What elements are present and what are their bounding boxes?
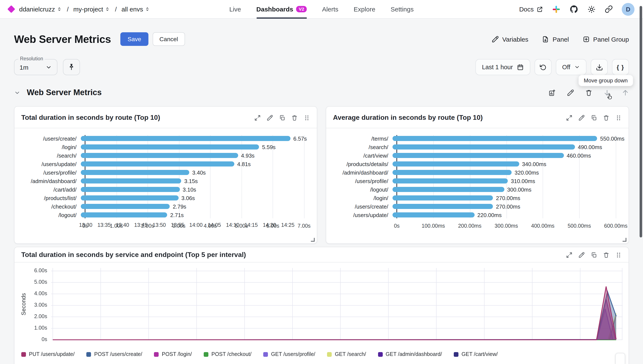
x-ticks: 0s1.00s2.00s3.00s4.00s5.00s6.00s7.00s13:… (85, 219, 304, 232)
nav-item-live[interactable]: Live (230, 0, 241, 18)
breadcrumb-project[interactable]: my-project (73, 6, 110, 13)
brand-logo-diamond[interactable] (8, 5, 15, 13)
x-tick-label: 600.00ms (604, 223, 627, 229)
nav-item-alerts[interactable]: Alerts (322, 0, 338, 18)
panel-header: Total duration in seconds by service and… (15, 247, 628, 262)
add-chart-icon[interactable] (549, 89, 556, 96)
x-tick-label: 13:55 (171, 222, 184, 228)
copy-panel-icon[interactable] (591, 252, 597, 258)
panel-title: Average duration in seconds by route (To… (333, 114, 483, 122)
bar-value-label: 320.00ms (515, 169, 539, 176)
collapse-group-button[interactable] (14, 90, 21, 96)
move-group-down-button[interactable] (603, 89, 611, 96)
copy-panel-icon[interactable] (279, 114, 285, 121)
theme-toggle-sun-icon[interactable] (587, 5, 596, 14)
bar-category-label: /admin/dashboard/ (333, 169, 392, 176)
edit-panel-icon[interactable] (578, 252, 585, 258)
legend-item[interactable]: POST /users/create/ (87, 351, 142, 357)
download-button[interactable] (591, 59, 608, 75)
expand-panel-icon[interactable] (254, 114, 261, 121)
nav-item-label: Alerts (322, 6, 338, 13)
bar-value-label: 6.57s (293, 135, 307, 142)
edit-panel-icon[interactable] (578, 114, 585, 121)
bar-value-label: 2.79s (173, 203, 186, 210)
add-panel-button[interactable]: Panel (542, 36, 569, 43)
legend-item[interactable]: POST /checkout/ (204, 351, 252, 357)
expand-panel-icon[interactable] (566, 114, 572, 121)
docs-link[interactable]: Docs (519, 6, 543, 13)
bar-value-label: 4.81s (237, 161, 251, 167)
json-config-button[interactable]: { } (612, 59, 629, 75)
legend-label: GET /search/ (335, 351, 366, 357)
bar-row: /products/details/340.00ms (333, 160, 622, 168)
nav-item-explore[interactable]: Explore (354, 0, 375, 18)
legend-label: POST /checkout/ (211, 351, 252, 357)
edit-group-icon[interactable] (567, 89, 574, 96)
drag-handle-icon[interactable] (615, 252, 622, 258)
github-icon[interactable] (569, 5, 578, 14)
legend-item[interactable]: PUT /users/update/ (21, 351, 75, 357)
bar-track: 220.00ms (392, 212, 616, 218)
expand-panel-icon[interactable] (566, 252, 572, 258)
legend-item[interactable]: GET /users/profile/ (264, 351, 315, 357)
panel-resize-handle[interactable] (622, 238, 626, 242)
legend-item[interactable]: GET /search/ (327, 351, 366, 357)
add-panel-group-button[interactable]: Panel Group (583, 36, 629, 43)
x-axis: 0s1.00s2.00s3.00s4.00s5.00s6.00s7.00s13:… (21, 219, 310, 232)
bar-value-label: 550.00ms (600, 135, 624, 142)
edit-panel-icon[interactable] (267, 114, 273, 121)
updown-icon (145, 6, 150, 12)
bar-value-label: 270.00ms (496, 203, 520, 210)
share-link-icon[interactable] (605, 5, 613, 13)
user-avatar[interactable]: D (622, 3, 634, 16)
slack-icon[interactable] (552, 5, 560, 14)
bar (81, 204, 170, 209)
breadcrumb-env[interactable]: all envs (121, 6, 150, 13)
x-tick-label: 200.00ms (458, 223, 481, 229)
legend-item[interactable]: GET /cart/view/ (454, 351, 498, 357)
resolution-select[interactable]: Resolution 1m (14, 59, 57, 75)
drag-handle-icon[interactable] (615, 114, 622, 121)
delete-panel-icon[interactable] (291, 114, 298, 121)
bar-value-label: 3.40s (192, 169, 206, 176)
bar-category-label: /logout/ (333, 186, 392, 192)
breadcrumb-org[interactable]: ddanielcruzz (19, 6, 62, 13)
panel-average-duration-by-route: Average duration in seconds by route (To… (326, 106, 629, 244)
pin-button[interactable] (63, 59, 80, 75)
cancel-button[interactable]: Cancel (153, 32, 185, 46)
panel-actions (566, 114, 622, 121)
copy-panel-icon[interactable] (591, 114, 597, 121)
bar-category-label: /login/ (333, 195, 392, 201)
nav-item-dashboards[interactable]: DashboardsV2 (257, 0, 307, 18)
panel-actions (566, 252, 622, 258)
refresh-button[interactable] (535, 59, 552, 75)
bar-value-label: 490.00ms (578, 144, 602, 150)
delete-panel-icon[interactable] (603, 252, 609, 258)
updown-icon (105, 6, 110, 12)
legend-item[interactable]: GET /admin/dashboard/ (378, 351, 442, 357)
bar-row: /logout/300.00ms (333, 185, 622, 194)
legend-label: GET /admin/dashboard/ (386, 351, 442, 357)
nav-item-settings[interactable]: Settings (391, 0, 413, 18)
nav-item-label: Explore (354, 6, 375, 13)
x-ticks: 0s100.00ms200.00ms300.00ms400.00ms500.00… (397, 219, 616, 232)
hand-cursor-icon (606, 93, 613, 100)
delete-panel-icon[interactable] (603, 114, 609, 121)
delete-group-icon[interactable] (585, 89, 592, 96)
bar-category-label: /products/list/ (21, 195, 81, 201)
y-tick-label: 0s (42, 336, 47, 342)
auto-refresh-select[interactable]: Off (556, 59, 586, 75)
drag-handle-icon[interactable] (304, 114, 310, 121)
vertical-scrollbar-thumb[interactable] (639, 6, 642, 238)
time-range-button[interactable]: Last 1 hour (476, 59, 530, 75)
panel-resize-handle[interactable] (311, 238, 315, 242)
bar-value-label: 5.59s (262, 144, 276, 150)
bar (81, 144, 259, 150)
timeseries-chart: Seconds 6.00s5.00s4.00s3.00s2.00s1.00s0s (15, 262, 628, 350)
legend-item[interactable]: POST /login/ (154, 351, 192, 357)
save-button[interactable]: Save (120, 32, 148, 46)
variables-button[interactable]: Variables (492, 36, 528, 43)
x-tick-label: 13:35 (97, 222, 111, 228)
move-group-up-button[interactable] (622, 89, 629, 96)
dashboard-toolbar: Resolution 1m Last 1 hour Off { } (0, 59, 643, 75)
